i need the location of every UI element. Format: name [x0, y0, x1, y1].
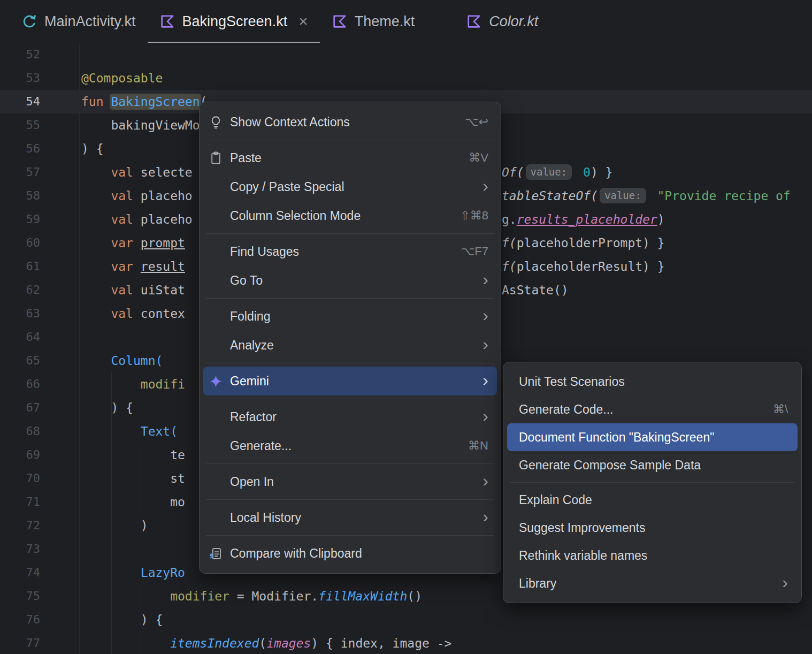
code-line-66[interactable]: modifi	[81, 372, 185, 396]
gutter-line-number[interactable]: 77	[0, 632, 40, 654]
gutter-line-number[interactable]: 66	[0, 372, 40, 396]
code-line-63[interactable]: val contex	[81, 302, 185, 325]
code-line-58-right[interactable]: tableStateOf(value: "Provide recipe of	[502, 184, 791, 208]
menu-item-compare-with-clipboard[interactable]: Compare with Clipboard	[203, 539, 497, 568]
menu-item-label: Document Function "BakingScreen"	[519, 430, 714, 445]
menu-item-gemini[interactable]: Gemini›	[203, 367, 497, 396]
menu-item-find-usages[interactable]: Find Usages⌥F7	[203, 237, 497, 266]
menu-item-generate[interactable]: Generate...⌘N	[203, 431, 497, 460]
menu-item-unit-test-scenarios[interactable]: Unit Test Scenarios	[507, 368, 798, 396]
menu-item-paste[interactable]: Paste⌘V	[203, 143, 497, 172]
close-icon[interactable]: ×	[298, 13, 308, 29]
menu-item-label: Analyze	[230, 338, 274, 353]
gutter-line-number[interactable]: 57	[0, 161, 40, 184]
code-token: var	[111, 260, 133, 273]
gutter-line-number[interactable]: 60	[0, 231, 40, 255]
gutter-line-number[interactable]: 71	[0, 490, 40, 514]
code-line-53[interactable]: @Composable	[81, 66, 163, 90]
code-token: BakingScreen	[111, 95, 200, 109]
menu-item-generate-compose-sample-data[interactable]: Generate Compose Sample Data	[507, 451, 798, 479]
tab-bakingscreen-kt[interactable]: BakingScreen.kt×	[148, 0, 320, 43]
menu-item-column-selection-mode[interactable]: Column Selection Mode⇧⌘8	[203, 201, 497, 230]
code-token: selecte	[133, 165, 193, 179]
code-line-54[interactable]: fun BakingScreen(	[81, 90, 207, 113]
menu-item-generate-code[interactable]: Generate Code...⌘\	[507, 396, 798, 423]
menu-item-copy-paste-special[interactable]: Copy / Paste Special›	[203, 172, 497, 201]
code-line-68[interactable]: Text(	[81, 420, 178, 443]
menu-item-document-function-bakingscreen[interactable]: Document Function "BakingScreen"	[507, 423, 798, 451]
gutter-line-number[interactable]: 63	[0, 302, 40, 325]
gutter-line-number[interactable]: 58	[0, 184, 40, 208]
gutter-line-number[interactable]: 59	[0, 208, 40, 231]
code-line-67[interactable]: ) {	[81, 396, 133, 420]
tab-theme-kt[interactable]: Theme.kt	[320, 0, 427, 43]
gutter-line-number[interactable]: 62	[0, 278, 40, 302]
code-token: val	[111, 165, 133, 179]
gutter-line-number[interactable]: 76	[0, 608, 40, 632]
code-line-69[interactable]: te	[81, 443, 185, 467]
gutter-line-number[interactable]: 72	[0, 514, 40, 537]
gutter-line-number[interactable]: 54	[0, 90, 40, 113]
gutter-line-number[interactable]: 55	[0, 113, 40, 137]
menu-item-suggest-improvements[interactable]: Suggest Improvements	[507, 514, 798, 542]
gutter-line-number[interactable]: 61	[0, 255, 40, 278]
code-line-61-right[interactable]: f(placeholderResult) }	[502, 255, 665, 278]
gutter-line-number[interactable]: 73	[0, 537, 40, 561]
gutter-line-number[interactable]: 52	[0, 43, 40, 66]
code-line-72[interactable]: )	[81, 514, 148, 537]
shortcut-label: ⌘\	[758, 402, 788, 416]
code-line-65[interactable]: Column(	[81, 349, 163, 372]
menu-item-refactor[interactable]: Refactor›	[203, 402, 497, 431]
tab-mainactivity-kt[interactable]: MainActivity.kt	[10, 0, 148, 43]
code-line-57[interactable]: val selecte	[81, 161, 193, 184]
code-token: ()	[407, 589, 422, 603]
code-token	[81, 354, 111, 368]
code-line-75[interactable]: modifier = Modifier.fillMaxWidth()	[81, 584, 422, 608]
code-line-55[interactable]: bakingViewMode	[81, 113, 215, 137]
gutter-line-number[interactable]: 70	[0, 467, 40, 490]
menu-item-analyze[interactable]: Analyze›	[203, 331, 497, 360]
code-line-62-right[interactable]: AsState()	[502, 278, 569, 302]
code-line-77[interactable]: itemsIndexed(images) { index, image ->	[81, 632, 451, 654]
code-line-61[interactable]: var result	[81, 255, 185, 278]
gutter-line-number[interactable]: 75	[0, 584, 40, 608]
gutter-line-number[interactable]: 67	[0, 396, 40, 420]
gutter-line-number[interactable]: 56	[0, 137, 40, 161]
menu-item-local-history[interactable]: Local History›	[203, 503, 497, 532]
code-line-56[interactable]: ) {	[81, 137, 104, 161]
code-token	[81, 636, 170, 650]
menu-item-open-in[interactable]: Open In›	[203, 467, 497, 496]
gutter-line-number[interactable]: 53	[0, 66, 40, 90]
menu-item-folding[interactable]: Folding›	[203, 302, 497, 331]
gutter-line-number[interactable]: 69	[0, 443, 40, 467]
code-token: val	[111, 307, 133, 321]
menu-item-rethink-variable-names[interactable]: Rethink variable names	[507, 542, 798, 569]
menu-separator	[206, 298, 494, 299]
code-line-59-right[interactable]: g.results_placeholder)	[502, 208, 665, 231]
code-line-58[interactable]: val placeho	[81, 184, 193, 208]
gutter-line-number[interactable]: 68	[0, 420, 40, 443]
gutter-line-number[interactable]: 74	[0, 561, 40, 584]
code-line-74[interactable]: LazyRo	[81, 561, 185, 584]
code-line-76[interactable]: ) {	[81, 608, 163, 632]
ide-window: MainActivity.ktBakingScreen.kt×Theme.ktC…	[0, 0, 812, 654]
code-line-62[interactable]: val uiStat	[81, 278, 185, 302]
gutter-line-number[interactable]: 64	[0, 325, 40, 349]
code-line-59[interactable]: val placeho	[81, 208, 193, 231]
tab-bar: MainActivity.ktBakingScreen.kt×Theme.ktC…	[0, 0, 812, 43]
menu-item-library[interactable]: Library›	[507, 569, 798, 597]
menu-separator	[206, 535, 494, 536]
menu-item-explain-code[interactable]: Explain Code	[507, 486, 798, 514]
code-token	[133, 236, 141, 250]
code-line-70[interactable]: st	[81, 467, 185, 490]
code-line-71[interactable]: mo	[81, 490, 185, 514]
tab-color-kt[interactable]: Color.kt	[454, 0, 550, 43]
menu-item-show-context-actions[interactable]: Show Context Actions⌥↩	[203, 108, 497, 136]
gutter-line-number[interactable]: 65	[0, 349, 40, 372]
code-line-57-right[interactable]: Of(value: 0) }	[502, 161, 612, 184]
code-line-60[interactable]: var prompt	[81, 231, 185, 255]
code-line-60-right[interactable]: f(placeholderPrompt) }	[502, 231, 665, 255]
menu-item-label: Show Context Actions	[230, 115, 350, 130]
shortcut-label: ⌘V	[454, 151, 488, 165]
menu-item-go-to[interactable]: Go To›	[203, 266, 497, 295]
